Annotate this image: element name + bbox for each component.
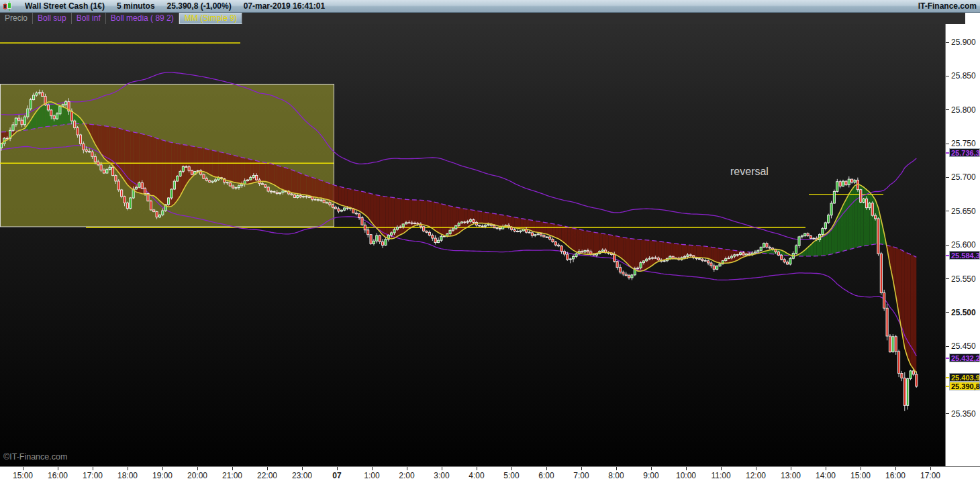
cloud-down-segment — [711, 247, 714, 261]
candle-up — [385, 239, 387, 246]
cloud-down-segment — [702, 246, 705, 258]
candle-down — [707, 261, 709, 263]
cloud-down-segment — [506, 215, 509, 226]
cloud-down-segment — [383, 196, 385, 237]
candle-up — [30, 100, 32, 109]
candle-up — [56, 114, 58, 119]
candle-up — [197, 170, 199, 171]
candle-down — [781, 255, 783, 259]
time-axis-tick — [162, 467, 163, 470]
candle-up — [833, 191, 835, 203]
candle-up — [584, 250, 586, 252]
candle-down — [479, 225, 481, 226]
candle-down — [546, 237, 548, 237]
time-axis-tick — [23, 467, 23, 470]
candle-up — [798, 237, 800, 246]
brand-link[interactable]: IT-Finance.com — [918, 1, 977, 11]
last-price-tag: 25.390,8 — [949, 382, 980, 390]
candle-up — [282, 191, 284, 193]
indicator-item-boll-sup[interactable]: Boll sup — [33, 13, 72, 24]
candle-up — [848, 179, 850, 184]
cloud-down-segment — [274, 164, 277, 186]
candle-down — [153, 210, 155, 212]
candle-down — [381, 241, 383, 245]
cloud-down-segment — [424, 201, 426, 226]
candle-down — [622, 272, 624, 274]
cloud-down-segment — [573, 228, 576, 252]
cloud-up-segment — [817, 237, 820, 256]
candle-up — [135, 187, 137, 189]
candle-down — [94, 156, 96, 162]
price-axis-label: 25.550 — [951, 274, 976, 284]
cloud-down-segment — [699, 246, 702, 258]
candle-up — [405, 223, 407, 224]
time-axis-label: 3:00 — [434, 471, 449, 480]
candle-up — [109, 167, 111, 169]
candle-down — [379, 235, 381, 241]
candle-down — [883, 292, 885, 308]
candle-down — [807, 233, 809, 236]
candle-up — [640, 263, 642, 268]
cloud-down-segment — [353, 190, 356, 210]
cloud-down-segment — [213, 150, 215, 177]
candle-up — [452, 229, 454, 230]
price-axis-tick — [946, 245, 949, 246]
candle-down — [903, 378, 905, 406]
cloud-down-segment — [605, 234, 608, 252]
time-axis[interactable]: 15:0016:0017:0018:0019:0020:0021:0022:00… — [0, 466, 980, 483]
cloud-down-segment — [515, 217, 518, 229]
candle-down — [308, 197, 310, 197]
cloud-down-segment — [233, 155, 236, 182]
cloud-down-segment — [697, 246, 699, 258]
cloud-down-segment — [336, 186, 338, 205]
candle-down — [111, 167, 113, 175]
cloud-down-segment — [608, 235, 611, 253]
time-axis-tick — [651, 467, 652, 470]
time-axis-tick — [407, 467, 407, 470]
price-chart-canvas[interactable]: reversal — [0, 24, 945, 466]
chart-plot-area[interactable]: reversal — [0, 24, 945, 466]
cloud-down-segment — [289, 169, 291, 193]
cloud-down-segment — [905, 252, 908, 358]
time-axis-label: 15:00 — [850, 471, 871, 480]
candle-up — [238, 186, 240, 188]
indicator-item-boll-inf[interactable]: Boll inf — [72, 13, 106, 24]
candlestick-icon — [3, 1, 13, 11]
time-axis-tick — [302, 467, 303, 470]
candle-up — [173, 181, 175, 189]
time-axis-label: 10:00 — [676, 471, 696, 480]
cloud-down-segment — [271, 164, 274, 184]
cloud-down-segment — [324, 181, 327, 199]
candle-up — [279, 193, 281, 193]
cloud-down-segment — [544, 222, 546, 234]
candle-up — [302, 197, 304, 197]
cloud-down-segment — [330, 184, 332, 202]
cloud-down-segment — [485, 212, 488, 223]
time-axis-tick — [442, 467, 442, 470]
cloud-down-segment — [385, 197, 388, 238]
candle-up — [373, 241, 375, 244]
time-axis-label: 17:00 — [83, 471, 103, 480]
candle-down — [50, 110, 52, 116]
candle-down — [742, 253, 744, 255]
candle-down — [70, 111, 72, 121]
cloud-down-segment — [162, 140, 165, 206]
cloud-down-segment — [526, 219, 529, 230]
candle-down — [361, 217, 363, 225]
indicator-item-precio[interactable]: Precio — [0, 13, 33, 24]
indicator-item-boll-media-89-2[interactable]: Boll media ( 89 2) — [106, 13, 179, 24]
cloud-down-segment — [327, 182, 330, 200]
price-axis[interactable]: 25.90025.85025.80025.75025.70025.65025.6… — [945, 24, 980, 466]
price-axis-tick — [946, 278, 949, 279]
cloud-down-segment — [374, 195, 377, 228]
candle-up — [801, 236, 803, 237]
cloud-down-segment — [242, 158, 244, 184]
cloud-down-segment — [262, 162, 265, 181]
candle-up — [344, 208, 346, 210]
cloud-down-segment — [297, 172, 300, 195]
candle-down — [335, 207, 337, 209]
cloud-down-segment — [201, 148, 203, 172]
candle-up — [15, 118, 17, 125]
indicator-item-mm-simple-9[interactable]: MM (Simple 9) — [179, 13, 242, 24]
time-axis-tick — [861, 467, 861, 470]
